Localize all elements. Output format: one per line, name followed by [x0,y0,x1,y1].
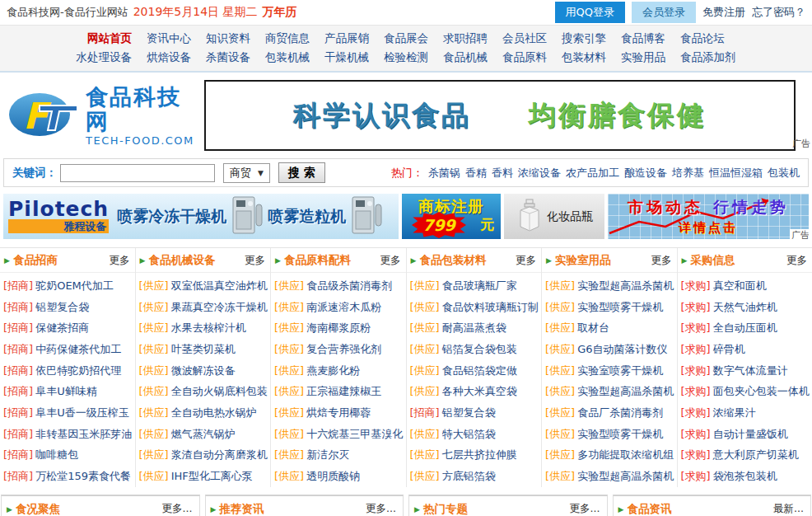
item-link[interactable]: 食品饮料玻璃瓶订制 [442,300,539,315]
more-link[interactable]: 更多 [786,254,807,268]
trademark-ad[interactable]: 商标注册 799 元 [402,194,501,239]
item-link[interactable]: 全自动压面机 [713,321,777,335]
nav-item-6[interactable]: 求职招聘 [443,31,488,45]
register-link[interactable]: 免费注册 [702,5,745,20]
nav-item-3[interactable]: 商贸信息 [265,31,310,45]
item-link[interactable]: 保健茶招商 [35,321,89,335]
column-title-link[interactable]: 食品招商 [13,253,58,268]
item-link[interactable]: 实验室喷雾干燥机 [577,364,663,378]
item-link[interactable]: 碎骨机 [713,342,745,357]
more-link[interactable]: 更多... [162,502,193,516]
market-trend-ad[interactable]: 市场动态 行情走势 详情点击 广告 [608,194,809,239]
nav-item-0[interactable]: 网站首页 [87,31,132,45]
item-link[interactable]: 取材台 [577,321,609,335]
item-link[interactable]: 数字气体流量计 [713,364,788,378]
nav-category-1[interactable]: 烘焙设备 [147,50,191,63]
forgot-password-link[interactable]: 忘了密码？ [752,5,805,20]
nav-category-8[interactable]: 包装材料 [562,50,606,63]
item-link[interactable]: 面包夹心包装一体机 [713,384,810,399]
item-link[interactable]: IHF型化工离心泵 [171,469,253,484]
nav-category-9[interactable]: 实验用品 [621,50,665,63]
hot-link-4[interactable]: 农产品加工 [566,167,619,179]
item-link[interactable]: 特大铝箔袋 [442,427,496,442]
nav-category-5[interactable]: 检验检测 [384,50,428,63]
calendar-link[interactable]: 万年历 [263,5,297,20]
item-link[interactable]: 万松堂159素食代餐 [35,469,131,484]
item-link[interactable]: 双室低温真空油炸机 [171,279,268,293]
more-link[interactable]: 更多 [380,254,401,268]
nav-item-1[interactable]: 资讯中心 [147,31,191,45]
item-link[interactable]: 燕麦膨化粉 [306,364,360,378]
item-link[interactable]: G6自动菌落计数仪 [577,342,667,357]
nav-category-2[interactable]: 杀菌设备 [206,50,250,63]
item-link[interactable]: 复合营养强化剂 [306,342,381,357]
item-link[interactable]: 燃气蒸汽锅炉 [171,427,236,442]
column-title-link[interactable]: 食品原料配料 [284,253,351,268]
item-link[interactable]: 中药保健茶代加工 [35,342,121,357]
more-link[interactable]: 更多 [651,254,672,268]
more-link[interactable]: 更多 [245,254,265,268]
item-link[interactable]: 海南椰浆原粉 [306,321,371,335]
item-link[interactable]: 果蔬真空冷冻干燥机 [171,300,268,315]
site-logo[interactable]: F 食品科技网 TECH-FOOD.COM [8,85,204,147]
hot-link-8[interactable]: 包装机 [768,167,800,179]
nav-item-7[interactable]: 会员社区 [502,31,547,45]
nav-item-10[interactable]: 食品论坛 [680,31,725,45]
item-link[interactable]: 方底铝箔袋 [442,469,496,484]
item-link[interactable]: 实验型超高温杀菌机 [577,279,674,293]
item-link[interactable]: 阜丰U鲜味精 [35,384,97,399]
panel-title-link[interactable]: 食况聚焦 [16,502,60,516]
item-link[interactable]: 七层共挤拉伸膜 [442,448,517,462]
nav-category-0[interactable]: 水处理设备 [77,50,133,63]
more-link[interactable]: 更多 [516,254,536,268]
item-link[interactable]: 叶茎类切菜机 [171,342,236,357]
item-link[interactable]: 南派速溶木瓜粉 [306,300,381,315]
category-select[interactable]: 商贸 ▼ [223,163,270,183]
column-title-link[interactable]: 食品机械设备 [148,253,215,268]
more-link[interactable]: 最新... [773,502,804,516]
item-link[interactable]: 食品玻璃瓶厂家 [442,279,517,293]
item-link[interactable]: 依巴特驼奶招代理 [35,364,121,378]
item-link[interactable]: 各种大米真空袋 [442,384,517,399]
nav-category-3[interactable]: 包装机械 [265,50,310,63]
item-link[interactable]: 正宗福建辣椒王 [306,384,381,399]
cosmetic-bottle-ad[interactable]: 化妆品瓶 [504,194,604,239]
panel-title-link[interactable]: 热门专题 [423,502,468,516]
item-link[interactable]: 食品级杀菌消毒剂 [306,279,392,293]
item-link[interactable]: 十六烷基三甲基溴化 [306,427,403,442]
item-link[interactable]: 实验型超高温杀菌机 [577,469,674,484]
item-link[interactable]: 咖啡糖包 [35,448,78,462]
panel-title-link[interactable]: 食品资讯 [627,502,671,516]
item-link[interactable]: 真空和面机 [713,279,767,293]
item-link[interactable]: 天然气油炸机 [713,300,777,315]
item-link[interactable]: 实验型喷雾干燥机 [577,427,663,442]
item-link[interactable]: 意大利原产切菜机 [713,448,799,462]
item-link[interactable]: 耐高温蒸煮袋 [442,321,506,335]
hot-link-0[interactable]: 杀菌锅 [428,167,460,179]
nav-category-6[interactable]: 食品机械 [443,50,488,63]
hot-link-6[interactable]: 培养基 [672,167,704,179]
nav-item-5[interactable]: 食品展会 [384,31,428,45]
item-link[interactable]: 铝箔复合袋包装 [442,342,517,357]
item-link[interactable]: 袋泡茶包装机 [713,469,777,484]
item-link[interactable]: 烘焙专用椰蓉 [306,406,371,420]
item-link[interactable]: 全自动火锅底料包装 [171,384,268,399]
item-link[interactable]: 驼奶OEM代加工 [35,279,114,293]
nav-category-4[interactable]: 干燥机械 [324,50,369,63]
item-link[interactable]: 新洁尔灭 [306,448,349,462]
hot-link-1[interactable]: 香精 [465,167,487,179]
item-link[interactable]: 铝塑复合袋 [442,406,496,420]
column-title-link[interactable]: 食品包装材料 [419,253,486,268]
column-title-link[interactable]: 采购信息 [690,253,735,268]
hot-link-2[interactable]: 香料 [492,167,513,179]
nav-category-10[interactable]: 食品添加剂 [680,50,736,63]
item-link[interactable]: 透明质酸钠 [306,469,360,484]
qq-login-button[interactable]: 用QQ登录 [555,2,625,23]
nav-item-8[interactable]: 搜索引擎 [562,31,606,45]
hot-link-5[interactable]: 酿造设备 [624,167,667,179]
panel-title-link[interactable]: 推荐资讯 [219,502,264,516]
nav-item-4[interactable]: 产品展销 [324,31,369,45]
item-link[interactable]: 食品铝箔袋定做 [442,364,517,378]
item-link[interactable]: 微波解冻设备 [171,364,236,378]
item-link[interactable]: 实验型超高温杀菌机 [577,384,674,399]
